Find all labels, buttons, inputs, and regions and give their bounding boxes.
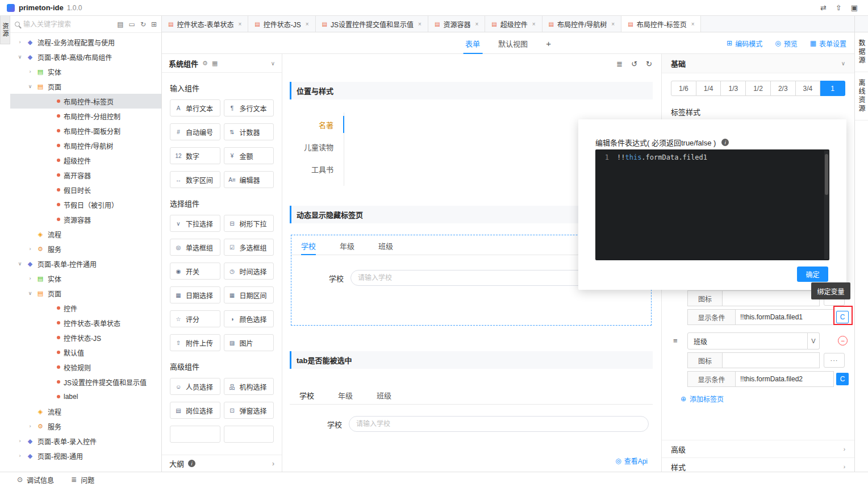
date-picker[interactable]: ▦日期选择 bbox=[170, 286, 220, 303]
info-icon[interactable]: i bbox=[721, 139, 729, 146]
publish-icon[interactable]: ⇧ bbox=[836, 3, 842, 12]
editor-tab[interactable]: ▤布局控件/导航树× bbox=[542, 16, 622, 32]
canvas-tab[interactable]: 年级 bbox=[338, 386, 353, 404]
grid-icon[interactable]: ▦ bbox=[212, 60, 218, 67]
width-option[interactable]: 2/3 bbox=[771, 81, 796, 96]
color-picker[interactable]: ◑颜色选择 bbox=[224, 310, 274, 327]
variable-button[interactable]: V bbox=[808, 332, 820, 349]
auto-number[interactable]: #自动编号 bbox=[170, 123, 220, 140]
tree-caret-icon[interactable]: ∨ bbox=[17, 54, 23, 60]
tree-item[interactable]: 布局控件/导航树 bbox=[10, 138, 161, 153]
tab-close-icon[interactable]: × bbox=[611, 21, 615, 27]
width-option[interactable]: 3/4 bbox=[796, 81, 821, 96]
dock-tab[interactable]: 数据源 bbox=[855, 32, 868, 72]
rating[interactable]: ☆评分 bbox=[170, 310, 220, 327]
view-tab[interactable]: 默认视图 bbox=[498, 32, 528, 54]
component-item[interactable] bbox=[170, 426, 220, 443]
tree-item[interactable]: label bbox=[10, 389, 161, 404]
vertical-tab[interactable]: 名著 bbox=[290, 116, 344, 133]
sync-icon[interactable]: ⇄ bbox=[820, 3, 827, 12]
tree-item[interactable]: 控件状态-JS bbox=[10, 330, 161, 345]
tab-close-icon[interactable]: × bbox=[532, 21, 536, 27]
tab-close-icon[interactable]: × bbox=[306, 21, 309, 27]
tab-close-icon[interactable]: × bbox=[238, 21, 241, 27]
tree-select[interactable]: ⊟树形下拉 bbox=[224, 215, 274, 232]
vertical-tab[interactable]: 工具书 bbox=[290, 160, 344, 177]
tab-close-icon[interactable]: × bbox=[691, 21, 695, 27]
tab-name-input[interactable] bbox=[687, 332, 808, 349]
editor-tab[interactable]: ▤控件状态-JS× bbox=[248, 16, 315, 32]
tree-item[interactable]: ›▤实体 bbox=[10, 64, 161, 79]
icon-picker-button[interactable]: ··· bbox=[824, 353, 845, 368]
tree-item[interactable]: 布局控件-标签页 bbox=[10, 94, 161, 109]
palette-header[interactable]: 系统组件 ⚙ ▦ ∨ bbox=[162, 54, 282, 73]
editor-scrollbar[interactable] bbox=[824, 151, 829, 259]
edit-condition-button[interactable]: C bbox=[836, 373, 849, 385]
single-line-text[interactable]: A单行文本 bbox=[170, 99, 220, 116]
dialog-select[interactable]: ⊡弹窗选择 bbox=[224, 402, 274, 419]
chevron-down-icon[interactable]: ∨ bbox=[841, 60, 845, 66]
tree-item[interactable]: ›◆页面-表单-录入控件 bbox=[10, 434, 161, 448]
tree-caret-icon[interactable]: ∨ bbox=[27, 290, 33, 296]
refresh-icon[interactable]: ↻ bbox=[140, 20, 146, 28]
icon-input[interactable] bbox=[723, 290, 820, 306]
chevron-right-icon[interactable]: › bbox=[844, 464, 845, 470]
amount[interactable]: ¥金额 bbox=[224, 147, 274, 164]
time-picker[interactable]: ◷时间选择 bbox=[224, 263, 274, 280]
tree-caret-icon[interactable]: ∨ bbox=[17, 261, 23, 267]
chevron-right-icon[interactable]: › bbox=[272, 460, 274, 468]
code-editor[interactable]: 1 !!this.formData.filed1 bbox=[595, 149, 829, 260]
tree-caret-icon[interactable]: › bbox=[27, 423, 33, 429]
date-range[interactable]: ▦日期区间 bbox=[224, 286, 274, 303]
tree-item[interactable]: 超级控件 bbox=[10, 153, 161, 168]
tree-caret-icon[interactable]: › bbox=[27, 276, 33, 281]
tree-item[interactable]: 默认值 bbox=[10, 345, 161, 360]
chevron-down-icon[interactable]: ∨ bbox=[271, 60, 275, 66]
chevron-right-icon[interactable]: › bbox=[844, 446, 845, 452]
tree-item[interactable]: ›◆流程-业务流程配置与使用 bbox=[10, 35, 161, 49]
style-section-header[interactable]: 样式 › bbox=[662, 457, 854, 472]
confirm-button[interactable]: 确定 bbox=[797, 267, 828, 282]
width-option[interactable]: 1/2 bbox=[746, 81, 771, 96]
tree-item[interactable]: ◈流程 bbox=[10, 227, 161, 242]
tree-item[interactable]: ›◆页面-视图-通用 bbox=[10, 448, 161, 463]
undo-icon[interactable]: ↺ bbox=[631, 60, 637, 68]
rich-editor[interactable]: A≡编辑器 bbox=[224, 171, 274, 188]
outline-icon[interactable]: ≣ bbox=[616, 60, 623, 68]
tree-item[interactable]: ›▤实体 bbox=[10, 271, 161, 286]
editor-tab[interactable]: ▤控件状态-表单状态× bbox=[162, 16, 248, 32]
preview-button[interactable]: ◎预览 bbox=[775, 39, 798, 48]
tree-item[interactable]: ›⚙服务 bbox=[10, 242, 161, 256]
resource-panel-tab[interactable]: 资源 bbox=[0, 16, 10, 44]
tree-item[interactable]: ∨▤页面 bbox=[10, 286, 161, 301]
panel-icon[interactable]: ⊞ bbox=[151, 20, 157, 28]
counter[interactable]: ⇅计数器 bbox=[224, 123, 274, 140]
tree-item[interactable]: ›⚙服务 bbox=[10, 419, 161, 434]
file-upload[interactable]: ⇧附件上传 bbox=[170, 334, 220, 351]
form-settings-button[interactable]: ▦表单设置 bbox=[810, 39, 846, 48]
debug-info[interactable]: ⊙调试信息 bbox=[17, 475, 54, 485]
tab-close-icon[interactable]: × bbox=[418, 21, 422, 27]
tree-item[interactable]: 布局控件-分组控制 bbox=[10, 109, 161, 123]
post-select[interactable]: ▤岗位选择 bbox=[170, 402, 220, 419]
tree-item[interactable]: ◈流程 bbox=[10, 404, 161, 419]
redo-icon[interactable]: ↻ bbox=[646, 60, 652, 68]
tree-caret-icon[interactable]: › bbox=[17, 438, 23, 444]
gear-icon[interactable]: ⚙ bbox=[202, 60, 208, 67]
tree-item[interactable]: 高开容器 bbox=[10, 168, 161, 182]
width-option[interactable]: 1/6 bbox=[671, 81, 696, 96]
checkbox-group[interactable]: ☑多选框组 bbox=[224, 239, 274, 256]
edit-condition-button[interactable]: C bbox=[836, 311, 849, 323]
canvas-tab[interactable]: 班级 bbox=[378, 236, 393, 255]
tree-item[interactable]: 控件状态-表单状态 bbox=[10, 315, 161, 330]
width-option[interactable]: 1/3 bbox=[721, 81, 746, 96]
number[interactable]: 12数字 bbox=[170, 147, 220, 164]
tree-item[interactable]: 布局控件-面板分割 bbox=[10, 123, 161, 138]
tree-item[interactable]: 控件 bbox=[10, 301, 161, 315]
width-option[interactable]: 1 bbox=[820, 81, 845, 96]
tree-item[interactable]: 校验规则 bbox=[10, 360, 161, 374]
editor-tab[interactable]: ▤JS设置控件提交值和显示值× bbox=[316, 16, 428, 32]
number-range[interactable]: ↔数字区间 bbox=[170, 171, 220, 188]
user-select[interactable]: ☺人员选择 bbox=[170, 378, 220, 395]
canvas-tab[interactable]: 学校 bbox=[299, 386, 314, 404]
